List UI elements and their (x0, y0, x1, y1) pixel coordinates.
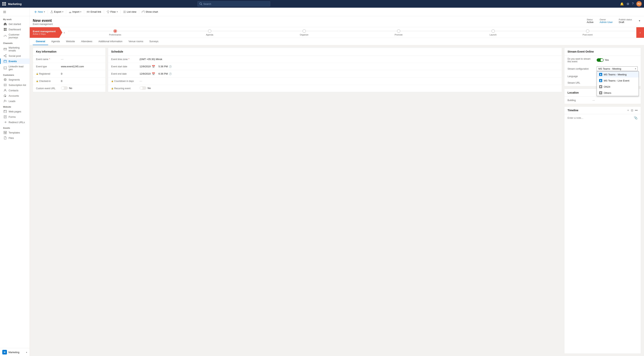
sidebar-item-web-pages[interactable]: Web pages (0, 109, 30, 114)
sidebar-item-redirect-urls[interactable]: Redirect URLs (0, 120, 30, 125)
help-icon[interactable]: ? (632, 2, 634, 6)
sidebar-item-leads[interactable]: Leads (0, 98, 30, 104)
custom-url-track[interactable] (61, 86, 68, 90)
stage-dot-preliminaries (114, 29, 117, 33)
custom-url-toggle[interactable]: No (61, 86, 72, 90)
avatar[interactable]: AU (636, 1, 642, 7)
page-header: New event Event management Status Active… (30, 16, 644, 27)
event-type-value[interactable]: www.event1245.com (61, 65, 102, 68)
stage-agenda[interactable]: Agenda (162, 29, 257, 36)
stage-post-event[interactable]: Post event (540, 29, 635, 36)
timeline-more-button[interactable]: ••• (635, 109, 638, 112)
tab-additional-information[interactable]: Additional information (96, 38, 126, 45)
sidebar-item-templates[interactable]: Templates (0, 130, 30, 135)
tab-general[interactable]: General (33, 38, 48, 45)
tab-attendees[interactable]: Attendees (78, 38, 96, 45)
dropdown-option-others[interactable]: Others (597, 90, 639, 96)
stage-launch[interactable]: Launch (446, 29, 540, 36)
sidebar-item-social-post[interactable]: Social post (0, 53, 30, 59)
timeline-input-area: 📎 (564, 114, 641, 122)
tab-agenda[interactable]: Agenda (48, 38, 63, 45)
form-area: Key information Event name * --- Event t… (30, 45, 644, 356)
timezone-value[interactable]: (GMT +05:30) Minsk (140, 58, 559, 61)
dropdown-option-ms-teams-live[interactable]: MS Teams - Live Event (597, 78, 639, 84)
sidebar-item-get-started[interactable]: Get started (0, 21, 30, 27)
process-next-button[interactable]: › (636, 27, 644, 38)
event-name-value[interactable]: --- (61, 58, 102, 61)
start-time-value[interactable]: 5:36 PM (158, 65, 168, 68)
files-icon (4, 136, 7, 139)
import-chevron[interactable]: ▾ (80, 11, 81, 13)
tab-website[interactable]: Website (63, 38, 78, 45)
sidebar-item-dashboard[interactable]: Dashboard (0, 27, 30, 32)
email-link-button[interactable]: Email link (85, 10, 103, 14)
timeline-add-button[interactable]: ＋ (627, 109, 630, 112)
header-chevron-button[interactable]: ▾ (638, 19, 641, 23)
end-date-calendar-icon[interactable]: 📅 (152, 72, 155, 75)
flow-chevron[interactable]: ▾ (117, 11, 118, 13)
tab-venue-rooms[interactable]: Venue rooms (126, 38, 146, 45)
app-title: Marketing (8, 2, 22, 6)
recurring-track[interactable] (140, 86, 146, 90)
dropdown-option-ms-teams-meeting[interactable]: MS Teams - Meeting (597, 71, 639, 78)
stream-title: Stream Event Online (564, 48, 641, 56)
building-value[interactable]: --- (592, 99, 638, 102)
export-chevron[interactable]: ▾ (62, 11, 63, 13)
recurring-thumb (140, 87, 142, 89)
app-grid-icon[interactable] (2, 2, 6, 6)
start-date-calendar-icon[interactable]: 📅 (152, 65, 155, 68)
sidebar-item-linkedin[interactable]: in LinkedIn lead gen (0, 64, 30, 72)
sidebar-item-customer-journeys[interactable]: Customer journeys (0, 32, 30, 40)
dropdown-option-ms-teams-meeting-label: MS Teams - Meeting (604, 73, 626, 76)
timeline-note-input[interactable] (568, 116, 634, 119)
sidebar-item-events[interactable]: Events (0, 59, 30, 64)
settings-icon[interactable]: ⚙ (626, 2, 629, 6)
list-view-button[interactable]: List view (122, 10, 138, 14)
stage-organize[interactable]: Organize (257, 29, 351, 36)
sidebar-item-contacts[interactable]: Contacts (0, 88, 30, 93)
sidebar-item-marketing-emails[interactable]: Marketing emails (0, 45, 30, 53)
sidebar-item-subscription-list[interactable]: Subscription list (0, 82, 30, 88)
start-date-value[interactable]: 12/9/2019 (140, 65, 151, 68)
start-time-clock-icon[interactable]: 🕐 (169, 65, 172, 68)
tab-surveys[interactable]: Surveys (146, 38, 162, 45)
sidebar-item-files[interactable]: Files (0, 135, 30, 141)
sidebar-label-marketing-emails: Marketing emails (8, 46, 26, 52)
stream-config-select[interactable]: MS Teams - Meeting ▾ (597, 66, 638, 71)
sidebar-item-accounts[interactable]: Accounts (0, 93, 30, 98)
want-stream-toggle[interactable]: Yes (597, 58, 609, 62)
stage-label-agenda: Agenda (206, 34, 213, 36)
sidebar-item-segments[interactable]: Segments (0, 77, 30, 82)
export-button[interactable]: Export ▾ (49, 10, 65, 14)
sidebar-label-linkedin: LinkedIn lead gen (8, 65, 26, 71)
search-icon (200, 3, 202, 5)
timeline-attachment-icon[interactable]: 📎 (634, 116, 638, 120)
end-time-clock-icon[interactable]: 🕐 (169, 73, 172, 75)
sidebar-hamburger[interactable] (0, 9, 30, 15)
import-button[interactable]: Import ▾ (67, 10, 83, 14)
show-chart-button[interactable]: Show chart (140, 10, 160, 14)
status-field: Status Active (587, 19, 594, 24)
notification-icon[interactable]: 🔔 (620, 2, 624, 6)
dropdown-option-on24[interactable]: ON24 (597, 84, 639, 90)
sidebar-item-forms[interactable]: Forms (0, 114, 30, 120)
process-prev-button[interactable]: ‹ (62, 27, 66, 38)
svg-point-4 (4, 36, 4, 37)
new-button[interactable]: New ▾ (33, 10, 46, 14)
stage-promote[interactable]: Promote (351, 29, 446, 36)
stage-preliminaries[interactable]: Preliminaries (68, 29, 162, 36)
building-label: Building (568, 99, 592, 102)
end-time-value[interactable]: 6:36 PM (158, 72, 168, 75)
stage-dot-launch (492, 29, 495, 33)
sidebar-bottom-marketing[interactable]: M Marketing ⬧ (0, 348, 30, 356)
timeline-filter-button[interactable]: ⊡ (631, 109, 633, 112)
new-chevron[interactable]: ▾ (44, 11, 45, 13)
owner-value[interactable]: Admin User (600, 21, 613, 24)
want-stream-track[interactable] (597, 58, 604, 62)
search-bar[interactable]: Search (198, 1, 270, 7)
recurring-toggle[interactable]: No (140, 86, 151, 90)
start-date-area: 12/9/2019 📅 5:36 PM 🕐 (140, 65, 172, 68)
flow-button[interactable]: Flow ▾ (105, 10, 119, 14)
end-date-value[interactable]: 12/9/2019 (140, 72, 151, 75)
export-icon (50, 11, 53, 13)
